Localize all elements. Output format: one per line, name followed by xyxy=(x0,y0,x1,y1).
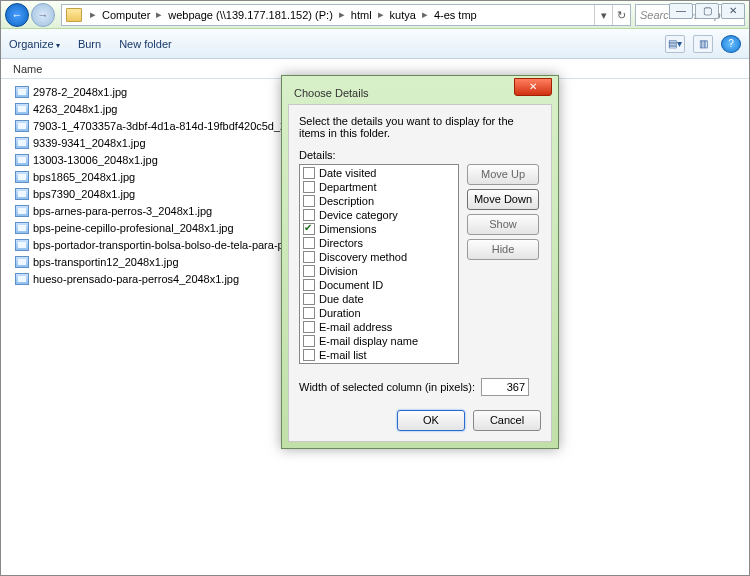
show-button[interactable]: Show xyxy=(467,214,539,235)
checkbox[interactable] xyxy=(303,265,315,277)
hide-button[interactable]: Hide xyxy=(467,239,539,260)
detail-label: Directors xyxy=(319,237,363,249)
image-file-icon xyxy=(15,137,29,149)
breadcrumb-seg[interactable]: 4-es tmp xyxy=(432,9,479,21)
refresh-button[interactable]: ↻ xyxy=(612,5,630,25)
detail-item[interactable]: E-mail address xyxy=(301,320,457,334)
breadcrumb-dropdown[interactable]: ▾ xyxy=(594,5,612,25)
column-name[interactable]: Name xyxy=(13,63,42,75)
back-button[interactable]: ← xyxy=(5,3,29,27)
file-name: bps-peine-cepillo-profesional_2048x1.jpg xyxy=(33,222,234,234)
checkbox[interactable] xyxy=(303,335,315,347)
breadcrumb-seg[interactable]: webpage (\\139.177.181.152) (P:) xyxy=(166,9,335,21)
checkbox[interactable] xyxy=(303,209,315,221)
detail-label: E-mail list xyxy=(319,349,367,361)
image-file-icon xyxy=(15,120,29,132)
folder-icon xyxy=(66,8,82,22)
chevron-right-icon[interactable]: ▸ xyxy=(86,8,100,21)
dialog-close-button[interactable]: ✕ xyxy=(514,78,552,96)
detail-item[interactable]: Department xyxy=(301,180,457,194)
detail-item[interactable]: Date visited xyxy=(301,166,457,180)
detail-label: E-mail display name xyxy=(319,335,418,347)
checkbox[interactable] xyxy=(303,321,315,333)
image-file-icon xyxy=(15,154,29,166)
detail-label: Document ID xyxy=(319,279,383,291)
width-label: Width of selected column (in pixels): xyxy=(299,381,475,393)
detail-label: Date visited xyxy=(319,167,376,179)
checkbox[interactable] xyxy=(303,293,315,305)
checkbox[interactable] xyxy=(303,363,315,364)
preview-pane-button[interactable]: ▥ xyxy=(693,35,713,53)
detail-item[interactable]: Discovery method xyxy=(301,250,457,264)
detail-item[interactable]: Due date xyxy=(301,292,457,306)
file-name: 2978-2_2048x1.jpg xyxy=(33,86,127,98)
width-input[interactable] xyxy=(481,378,529,396)
breadcrumb-seg[interactable]: kutya xyxy=(388,9,418,21)
detail-item[interactable]: Duration xyxy=(301,306,457,320)
checkbox[interactable] xyxy=(303,349,315,361)
checkbox[interactable] xyxy=(303,195,315,207)
ok-button[interactable]: OK xyxy=(397,410,465,431)
detail-label: Division xyxy=(319,265,358,277)
image-file-icon xyxy=(15,273,29,285)
detail-label: E-mail2 xyxy=(319,363,356,364)
breadcrumb-seg[interactable]: html xyxy=(349,9,374,21)
image-file-icon xyxy=(15,205,29,217)
chevron-right-icon[interactable]: ▸ xyxy=(374,8,388,21)
detail-label: Description xyxy=(319,195,374,207)
file-name: 13003-13006_2048x1.jpg xyxy=(33,154,158,166)
details-listbox[interactable]: Date visitedDepartmentDescriptionDevice … xyxy=(299,164,459,364)
file-name: 4263_2048x1.jpg xyxy=(33,103,117,115)
detail-item[interactable]: Division xyxy=(301,264,457,278)
dialog-title-bar[interactable]: Choose Details ✕ xyxy=(288,82,552,104)
detail-item[interactable]: Dimensions xyxy=(301,222,457,236)
file-name: 7903-1_4703357a-3dbf-4d1a-814d-19fbdf420… xyxy=(33,120,322,132)
detail-item[interactable]: Description xyxy=(301,194,457,208)
detail-label: E-mail address xyxy=(319,321,392,333)
organize-menu[interactable]: Organize xyxy=(9,38,60,50)
minimize-button[interactable]: — xyxy=(669,3,693,19)
move-down-button[interactable]: Move Down xyxy=(467,189,539,210)
checkbox[interactable] xyxy=(303,223,315,235)
checkbox[interactable] xyxy=(303,167,315,179)
address-bar: ← → ▸ Computer ▸ webpage (\\139.177.181.… xyxy=(1,1,749,29)
toolbar: Organize Burn New folder ▤▾ ▥ ? xyxy=(1,29,749,59)
checkbox[interactable] xyxy=(303,181,315,193)
file-name: bps-arnes-para-perros-3_2048x1.jpg xyxy=(33,205,212,217)
chevron-right-icon[interactable]: ▸ xyxy=(152,8,166,21)
detail-item[interactable]: Device category xyxy=(301,208,457,222)
chevron-right-icon[interactable]: ▸ xyxy=(418,8,432,21)
breadcrumb-seg[interactable]: Computer xyxy=(100,9,152,21)
chevron-right-icon[interactable]: ▸ xyxy=(335,8,349,21)
detail-item[interactable]: E-mail display name xyxy=(301,334,457,348)
new-folder-button[interactable]: New folder xyxy=(119,38,172,50)
help-button[interactable]: ? xyxy=(721,35,741,53)
move-up-button[interactable]: Move Up xyxy=(467,164,539,185)
dialog-title: Choose Details xyxy=(294,87,369,99)
checkbox[interactable] xyxy=(303,237,315,249)
file-name: bps1865_2048x1.jpg xyxy=(33,171,135,183)
detail-label: Device category xyxy=(319,209,398,221)
forward-button[interactable]: → xyxy=(31,3,55,27)
file-name: bps-portador-transportin-bolsa-bolso-de-… xyxy=(33,239,309,251)
image-file-icon xyxy=(15,86,29,98)
detail-label: Department xyxy=(319,181,376,193)
detail-item[interactable]: E-mail2 xyxy=(301,362,457,364)
choose-details-dialog: Choose Details ✕ Select the details you … xyxy=(281,75,559,449)
close-window-button[interactable]: ✕ xyxy=(721,3,745,19)
view-options-button[interactable]: ▤▾ xyxy=(665,35,685,53)
burn-button[interactable]: Burn xyxy=(78,38,101,50)
detail-item[interactable]: E-mail list xyxy=(301,348,457,362)
maximize-button[interactable]: ▢ xyxy=(695,3,719,19)
cancel-button[interactable]: Cancel xyxy=(473,410,541,431)
image-file-icon xyxy=(15,103,29,115)
checkbox[interactable] xyxy=(303,307,315,319)
image-file-icon xyxy=(15,239,29,251)
detail-label: Due date xyxy=(319,293,364,305)
detail-label: Dimensions xyxy=(319,223,376,235)
detail-item[interactable]: Document ID xyxy=(301,278,457,292)
breadcrumb[interactable]: ▸ Computer ▸ webpage (\\139.177.181.152)… xyxy=(61,4,631,26)
checkbox[interactable] xyxy=(303,251,315,263)
detail-item[interactable]: Directors xyxy=(301,236,457,250)
checkbox[interactable] xyxy=(303,279,315,291)
